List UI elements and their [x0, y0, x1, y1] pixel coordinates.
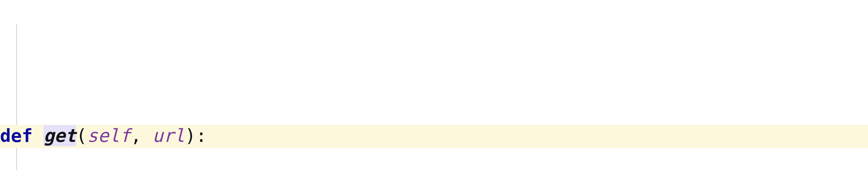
param-self: self — [87, 125, 130, 146]
function-name[interactable]: get — [43, 125, 76, 146]
paren-close: ) — [185, 125, 196, 146]
keyword-def: def — [0, 125, 33, 146]
comma: , — [130, 125, 142, 146]
paren-open: ( — [76, 125, 87, 146]
colon: : — [196, 125, 207, 146]
code-line-def[interactable]: def get(self, url): — [0, 125, 868, 148]
param-url: url — [152, 125, 185, 146]
code-editor[interactable]: def get(self, url): """ Loads a web page… — [0, 0, 868, 170]
